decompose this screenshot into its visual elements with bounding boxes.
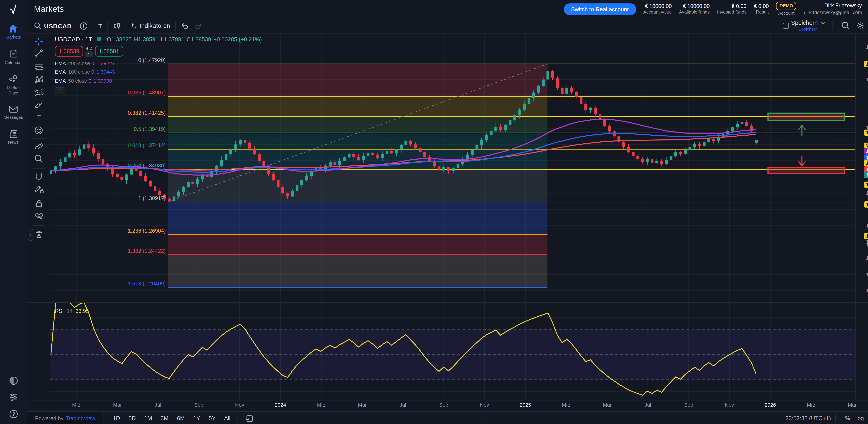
- tool-horizontal-lines[interactable]: [27, 61, 50, 72]
- tradingview-link[interactable]: TradingView: [66, 415, 95, 421]
- range-5y[interactable]: 5Y: [207, 414, 218, 422]
- price-label: 1.50000: [864, 44, 868, 50]
- price-label: 1.34000: [864, 174, 868, 180]
- time-axis-label: Mrz: [562, 402, 570, 408]
- chart-type-button[interactable]: [113, 22, 120, 30]
- toolbar-divider: [107, 21, 108, 30]
- indicators-button[interactable]: ƒx Indikatoren: [131, 21, 170, 30]
- svg-text:T: T: [36, 114, 41, 121]
- trend-line-icon: [35, 49, 43, 58]
- undo-button[interactable]: [181, 22, 189, 29]
- gear-icon: [856, 22, 864, 30]
- time-axis-label: Jul: [400, 402, 406, 408]
- tool-crosshair[interactable]: [27, 36, 50, 47]
- save-sub-link[interactable]: Speichern: [799, 27, 818, 32]
- toolbar-divider: [33, 225, 44, 226]
- time-axis-label: Jul: [645, 402, 651, 408]
- sidebar-item-messages[interactable]: Messages: [0, 100, 27, 124]
- range-6m[interactable]: 6M: [175, 414, 187, 422]
- toolbar-divider: [33, 168, 44, 168]
- price-label: 1.36000: [864, 158, 868, 164]
- toolbar-collapse-handle[interactable]: ›: [28, 229, 33, 241]
- tool-lock-all[interactable]: [27, 198, 50, 209]
- lock-icon: [35, 199, 43, 207]
- account-value: € 10000.00 Account value: [643, 3, 672, 15]
- tool-zoom-in[interactable]: [27, 153, 50, 164]
- invested-funds-label: Invested funds: [717, 9, 746, 15]
- time-axis[interactable]: MrzMaiJulSepNov2024MrzMaiJulSepNov2025Mr…: [27, 400, 868, 411]
- tool-text[interactable]: T: [27, 112, 50, 123]
- clock-tim­e[interactable]: 23:52:38 (UTC+1): [785, 415, 831, 421]
- envelope-icon: [8, 105, 18, 113]
- price-label-badge: 1.43907: [864, 129, 868, 136]
- buy-ask-button[interactable]: 1.38581: [95, 46, 123, 57]
- sidebar-item-market-buzz[interactable]: MarketBuzz: [0, 70, 27, 100]
- theme-contrast-icon[interactable]: [9, 376, 18, 385]
- sidebar-item-news[interactable]: News: [0, 124, 27, 149]
- settings-button[interactable]: [853, 22, 868, 30]
- tool-pattern[interactable]: [27, 73, 50, 85]
- quantity-field[interactable]: 1: [85, 51, 93, 57]
- fx-icon: ƒx: [131, 21, 136, 30]
- sell-bid-button[interactable]: 1.38539: [55, 46, 83, 57]
- percent-scale-button[interactable]: %: [845, 415, 850, 421]
- legend-symbol[interactable]: USDCAD · 1T: [55, 36, 92, 42]
- rsi-pane[interactable]: [50, 302, 855, 400]
- tool-trend-line[interactable]: [27, 48, 50, 59]
- save-button[interactable]: Speichern: [791, 20, 825, 26]
- pane-separator[interactable]: [27, 302, 868, 303]
- quick-search-button[interactable]: [838, 22, 853, 30]
- range-3m[interactable]: 3M: [158, 414, 170, 422]
- compare-add-symbol[interactable]: [80, 22, 88, 30]
- range-5d[interactable]: 5D: [126, 414, 138, 422]
- time-axis-label: 2024: [275, 402, 286, 408]
- redo-button[interactable]: [195, 22, 203, 29]
- price-label: 1.46000: [864, 77, 868, 83]
- toolbar-divider: [125, 21, 126, 30]
- sidebar-item-markets[interactable]: Markets: [0, 19, 27, 44]
- toolbar-divider: [33, 138, 44, 138]
- text-icon: T: [35, 114, 43, 121]
- emoji-icon: [35, 126, 43, 134]
- time-axis-label: Mai: [848, 402, 856, 408]
- sliders-icon[interactable]: [9, 393, 18, 402]
- range-all[interactable]: All: [222, 414, 232, 422]
- tool-projection[interactable]: [27, 87, 50, 98]
- lightning-search-icon: [841, 22, 849, 30]
- brush-icon: [34, 101, 43, 109]
- rsi-legend[interactable]: RSI1433.95: [55, 308, 89, 314]
- price-label: 1.26000: [864, 239, 868, 245]
- toolbar-divider: [835, 414, 836, 422]
- panel-expand-caret[interactable]: ⌃: [485, 419, 488, 424]
- tool-emoji[interactable]: [27, 124, 50, 136]
- range-1d[interactable]: 1D: [111, 414, 122, 422]
- indicator-legend-ema200[interactable]: EMA200 close 01.39227: [55, 60, 262, 66]
- range-1m[interactable]: 1M: [142, 414, 154, 422]
- market-status-icon[interactable]: [97, 37, 101, 41]
- log-scale-button[interactable]: log: [856, 415, 864, 421]
- user-info[interactable]: Dirk Friczewsky dirk.friczewsky@gmail.co…: [804, 2, 862, 16]
- help-icon[interactable]: ?: [9, 410, 18, 419]
- symbol-search[interactable]: USDCAD: [34, 22, 72, 29]
- tool-hide-drawings[interactable]: [27, 210, 50, 221]
- goto-date-button[interactable]: [242, 414, 257, 422]
- price-label: 1.24000: [864, 255, 868, 261]
- broker-logo-icon[interactable]: √: [0, 0, 27, 19]
- switch-to-real-account-button[interactable]: Switch to Real account: [564, 3, 636, 15]
- tool-drawing-mode-lock[interactable]: [27, 183, 50, 194]
- tool-magnet[interactable]: [27, 171, 50, 182]
- time-axis-label: Mai: [358, 402, 366, 408]
- price-scale[interactable]: 1.500001.479201.460001.440001.439071.414…: [855, 34, 868, 400]
- svg-text:?: ?: [12, 411, 14, 417]
- toolbar-divider: [175, 21, 176, 30]
- fib-level-label: 1.382 (1.24422): [128, 248, 166, 254]
- interval-button[interactable]: T: [98, 22, 102, 29]
- range-1y[interactable]: 1Y: [191, 414, 203, 422]
- sidebar-item-calendar[interactable]: Calendar: [0, 44, 27, 70]
- legend-collapse-button[interactable]: ⌃: [55, 87, 64, 94]
- indicator-legend-ema100[interactable]: EMA100 close 01.39443: [55, 69, 262, 75]
- tool-measure[interactable]: [27, 139, 50, 150]
- tool-brush[interactable]: [27, 99, 50, 110]
- save-checkbox[interactable]: [783, 23, 789, 29]
- indicator-legend-ema50[interactable]: EMA50 close 01.39790: [55, 78, 262, 84]
